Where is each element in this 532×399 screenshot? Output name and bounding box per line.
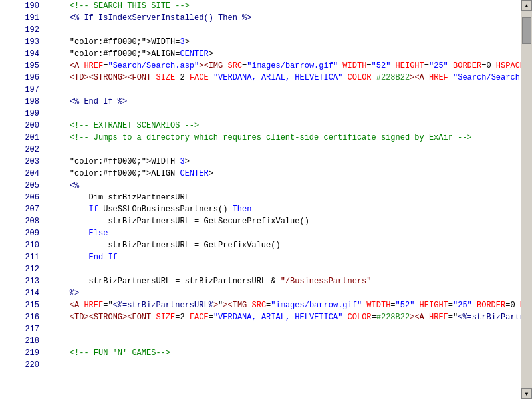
line-number: 191 bbox=[0, 12, 45, 24]
line-number: 219 bbox=[0, 347, 45, 359]
code-line: If UseSSLOnBusinessPartners() Then bbox=[51, 203, 521, 215]
code-line: <% If IsIndexServerInstalled() Then %> bbox=[51, 12, 521, 24]
line-number: 195 bbox=[0, 60, 45, 72]
code-line bbox=[51, 323, 521, 335]
line-number: 199 bbox=[0, 108, 45, 120]
code-line bbox=[51, 24, 521, 36]
code-line: strBizPartnersURL = GetSecurePrefixValue… bbox=[51, 215, 521, 227]
code-line: Else bbox=[51, 227, 521, 239]
code-line: <TD><STRONG><FONT SIZE=2 FACE="VERDANA, … bbox=[51, 72, 521, 84]
line-number: 193 bbox=[0, 36, 45, 48]
code-line: <TD><STRONG><FONT SIZE=2 FACE="VERDANA, … bbox=[51, 311, 521, 323]
code-line: "color:#ff0000;">ALIGN=CENTER> bbox=[51, 48, 521, 60]
line-number: 192 bbox=[0, 24, 45, 36]
code-line: <A HREF="<%=strBizPartnersURL%>"><IMG SR… bbox=[51, 299, 521, 311]
line-number: 198 bbox=[0, 96, 45, 108]
line-number: 190 bbox=[0, 0, 45, 12]
line-number: 213 bbox=[0, 275, 45, 287]
code-line: <!-- EXTRANET SCENARIOS --> bbox=[51, 120, 521, 132]
line-number: 215 bbox=[0, 299, 45, 311]
scrollbar[interactable]: ▲ ▼ bbox=[521, 0, 532, 399]
line-number: 200 bbox=[0, 120, 45, 132]
code-line: "color:#ff0000;">ALIGN=CENTER> bbox=[51, 168, 521, 180]
code-line: Dim strBizPartnersURL bbox=[51, 192, 521, 203]
code-line: %> bbox=[51, 287, 521, 299]
line-number: 218 bbox=[0, 335, 45, 347]
line-number: 207 bbox=[0, 203, 45, 215]
code-line: <% End If %> bbox=[51, 96, 521, 108]
line-number: 204 bbox=[0, 168, 45, 180]
code-line: <!-- Jumps to a directory which requires… bbox=[51, 132, 521, 144]
code-line: <!-- FUN 'N' GAMES--> bbox=[51, 347, 521, 359]
line-number: 210 bbox=[0, 239, 45, 251]
line-number: 202 bbox=[0, 144, 45, 156]
code-line: strBizPartnersURL = GetPrefixValue() bbox=[51, 239, 521, 251]
line-numbers: 1901911921931941951961971981992002012022… bbox=[0, 0, 45, 399]
line-number: 211 bbox=[0, 251, 45, 263]
code-line: <A HREF="Search/Search.asp"><IMG SRC="im… bbox=[51, 60, 521, 72]
scroll-down-button[interactable]: ▼ bbox=[521, 388, 532, 399]
line-number: 203 bbox=[0, 156, 45, 168]
line-number: 216 bbox=[0, 311, 45, 323]
line-number: 205 bbox=[0, 180, 45, 192]
code-area[interactable]: <!-- SEARCH THIS SITE --> <% If IsIndexS… bbox=[45, 0, 521, 399]
code-line bbox=[51, 84, 521, 96]
code-line bbox=[51, 263, 521, 275]
code-line bbox=[51, 335, 521, 347]
code-line: "color:#ff0000;">WIDTH=3> bbox=[51, 156, 521, 168]
code-line: strBizPartnersURL = strBizPartnersURL & … bbox=[51, 275, 521, 287]
line-number: 201 bbox=[0, 132, 45, 144]
line-number: 197 bbox=[0, 84, 45, 96]
line-number: 206 bbox=[0, 192, 45, 203]
line-number: 214 bbox=[0, 287, 45, 299]
code-line: <% bbox=[51, 180, 521, 192]
line-number: 208 bbox=[0, 215, 45, 227]
code-line bbox=[51, 108, 521, 120]
code-line: End If bbox=[51, 251, 521, 263]
code-line: <!-- SEARCH THIS SITE --> bbox=[51, 0, 521, 12]
line-number: 196 bbox=[0, 72, 45, 84]
code-line: "color:#ff0000;">WIDTH=3> bbox=[51, 36, 521, 48]
scrollbar-thumb[interactable] bbox=[522, 17, 531, 44]
code-line bbox=[51, 359, 521, 371]
line-number: 212 bbox=[0, 263, 45, 275]
line-number: 194 bbox=[0, 48, 45, 60]
editor-container: 1901911921931941951961971981992002012022… bbox=[0, 0, 532, 399]
line-number: 217 bbox=[0, 323, 45, 335]
scroll-up-button[interactable]: ▲ bbox=[521, 0, 532, 11]
line-number: 209 bbox=[0, 227, 45, 239]
code-line bbox=[51, 144, 521, 156]
scrollbar-track[interactable] bbox=[521, 11, 532, 388]
line-number: 220 bbox=[0, 359, 45, 371]
